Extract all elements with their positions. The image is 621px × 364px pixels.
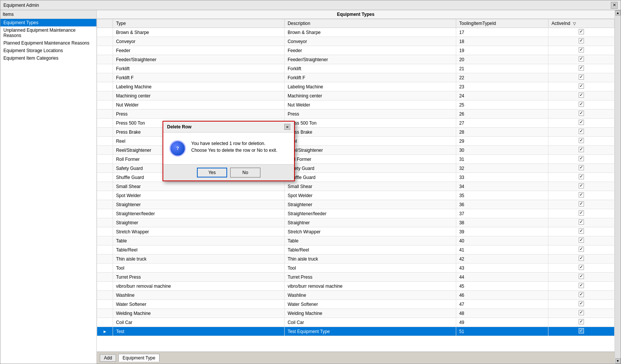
app-window: Equipment Admin ✕ Items Equipment TypesU… (0, 0, 621, 364)
modal-close-button[interactable]: ✕ (284, 124, 290, 130)
yes-button[interactable]: Yes (197, 168, 227, 177)
modal-body: ? You have selected 1 row for deletion. … (163, 133, 294, 164)
no-button[interactable]: No (230, 168, 260, 177)
modal-message: You have selected 1 row for deletion. Ch… (191, 140, 277, 154)
modal-titlebar: Delete Row ✕ (163, 122, 294, 133)
modal-overlay: Delete Row ✕ ? You have selected 1 row f… (0, 0, 621, 364)
modal-footer: Yes No (163, 164, 294, 180)
modal-title: Delete Row (167, 124, 192, 130)
question-icon: ? (169, 140, 186, 157)
delete-row-dialog: Delete Row ✕ ? You have selected 1 row f… (163, 121, 295, 181)
